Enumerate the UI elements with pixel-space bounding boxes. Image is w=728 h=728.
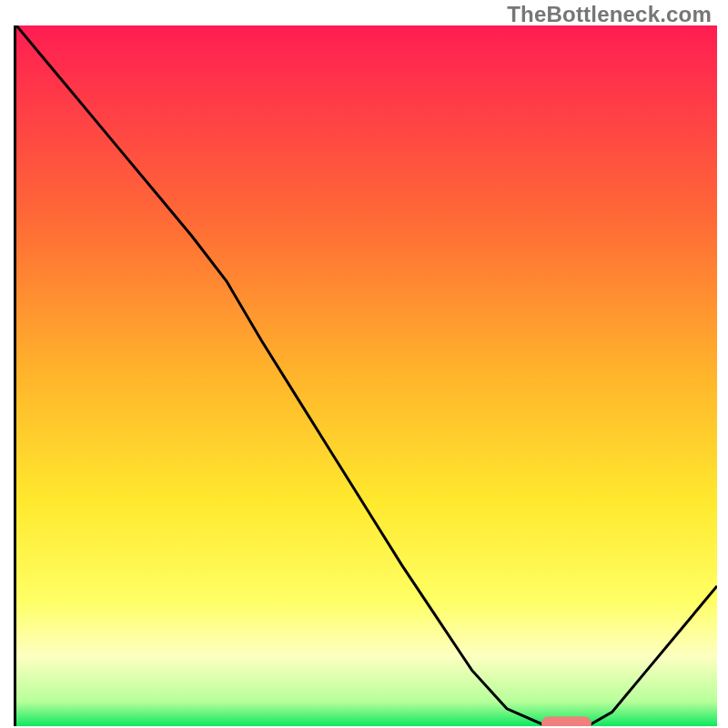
- watermark-text: TheBottleneck.com: [507, 2, 712, 27]
- optimal-marker: [542, 717, 592, 726]
- gradient-background: [16, 25, 717, 726]
- plot-frame: [14, 25, 714, 726]
- chart-svg: [16, 25, 717, 726]
